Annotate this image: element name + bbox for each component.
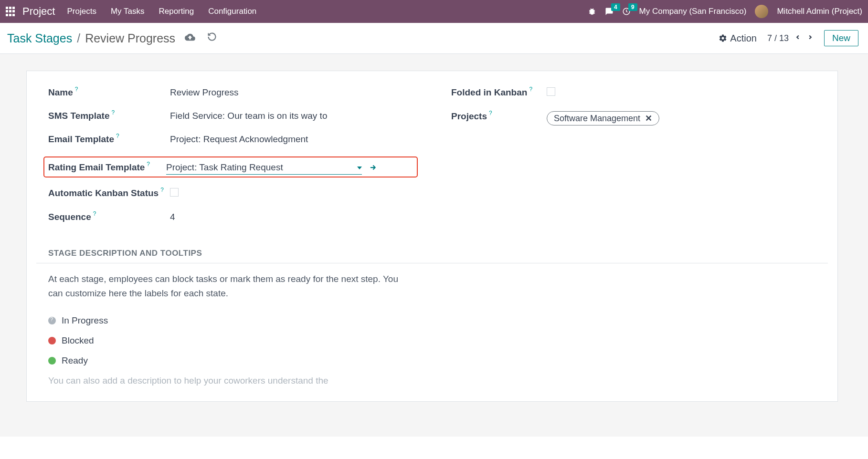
section-header: STAGE DESCRIPTION AND TOOLTIPS	[36, 249, 828, 263]
svg-marker-1	[357, 167, 362, 169]
tag-remove-icon[interactable]: ✕	[645, 113, 652, 124]
name-field[interactable]: Review Progress	[170, 86, 413, 98]
folded-checkbox[interactable]	[547, 87, 555, 96]
pager-prev-icon[interactable]	[794, 33, 801, 43]
nav-projects[interactable]: Projects	[67, 7, 96, 16]
breadcrumb-separator: /	[77, 31, 80, 45]
main-navbar: Project Projects My Tasks Reporting Conf…	[0, 0, 868, 23]
dropdown-caret-icon[interactable]	[357, 162, 362, 173]
help-icon[interactable]: ?	[111, 109, 115, 116]
help-icon[interactable]: ?	[147, 161, 150, 167]
messages-badge: 4	[611, 3, 620, 11]
discard-icon[interactable]	[207, 32, 217, 45]
sms-template-field[interactable]: Field Service: Our team is on its way to	[170, 110, 413, 121]
legend-in-progress[interactable]: In Progress	[48, 315, 816, 326]
company-selector[interactable]: My Company (San Francisco)	[639, 7, 747, 16]
email-template-field[interactable]: Project: Request Acknowledgment	[170, 133, 413, 145]
footer-note: You can also add a description to help y…	[48, 376, 816, 386]
label-auto-kanban: Automatic Kanban Status ?	[48, 187, 170, 198]
status-dot-green-icon	[48, 357, 56, 365]
apps-launcher-icon[interactable]	[6, 7, 15, 16]
project-tag[interactable]: Software Management ✕	[547, 111, 659, 125]
form-right-column: Folded in Kanban ? Projects ? Software M	[451, 86, 816, 234]
pager-count[interactable]: 7 / 13	[767, 33, 789, 43]
nav-my-tasks[interactable]: My Tasks	[111, 7, 145, 16]
label-sms-template: SMS Template ?	[48, 110, 170, 121]
external-link-icon[interactable]	[369, 163, 378, 174]
app-title: Project	[22, 5, 55, 18]
form-sheet: Name ? Review Progress SMS Template ? Fi…	[26, 71, 838, 402]
pager-next-icon[interactable]	[807, 33, 814, 43]
auto-kanban-checkbox[interactable]	[170, 188, 179, 197]
cloud-save-icon[interactable]	[185, 32, 195, 45]
form-left-column: Name ? Review Progress SMS Template ? Fi…	[48, 86, 413, 234]
help-icon[interactable]: ?	[529, 86, 532, 93]
rating-email-template-input[interactable]: Project: Task Rating Request	[166, 162, 362, 175]
messaging-icon[interactable]: 4	[605, 7, 614, 16]
status-dot-red-icon	[48, 337, 56, 344]
breadcrumb-current: Review Progress	[85, 31, 175, 45]
label-folded: Folded in Kanban ?	[451, 86, 547, 98]
action-label: Action	[730, 33, 757, 44]
help-icon[interactable]: ?	[93, 210, 96, 217]
legend-list: In Progress Blocked Ready	[48, 315, 816, 366]
pager: 7 / 13	[767, 33, 814, 43]
highlighted-field-box: Rating Email Template ? Project: Task Ra…	[43, 156, 418, 177]
activities-badge: 9	[628, 3, 637, 11]
breadcrumb: Task Stages / Review Progress	[7, 31, 175, 45]
label-rating-email-template: Rating Email Template ?	[48, 161, 166, 173]
section-description: At each stage, employees can block tasks…	[48, 272, 402, 301]
debug-icon[interactable]	[588, 7, 596, 16]
new-button[interactable]: New	[824, 30, 858, 46]
help-icon[interactable]: ?	[75, 86, 78, 93]
label-email-template: Email Template ?	[48, 133, 170, 145]
user-avatar[interactable]	[755, 5, 768, 18]
action-menu[interactable]: Action	[719, 33, 757, 44]
legend-ready[interactable]: Ready	[48, 355, 816, 366]
help-icon[interactable]: ?	[489, 110, 492, 116]
legend-blocked[interactable]: Blocked	[48, 335, 816, 346]
label-projects: Projects ?	[451, 110, 547, 122]
control-panel: Task Stages / Review Progress Action 7 /…	[0, 23, 868, 54]
activities-icon[interactable]: 9	[622, 7, 631, 16]
nav-configuration[interactable]: Configuration	[208, 7, 256, 16]
sequence-field[interactable]: 4	[170, 211, 413, 222]
status-dot-grey-icon	[48, 317, 56, 324]
label-sequence: Sequence ?	[48, 211, 170, 222]
help-icon[interactable]: ?	[116, 133, 119, 139]
help-icon[interactable]: ?	[160, 187, 164, 193]
user-menu[interactable]: Mitchell Admin (Project)	[777, 7, 862, 16]
label-name: Name ?	[48, 86, 170, 98]
breadcrumb-root[interactable]: Task Stages	[7, 31, 72, 45]
nav-reporting[interactable]: Reporting	[159, 7, 194, 16]
